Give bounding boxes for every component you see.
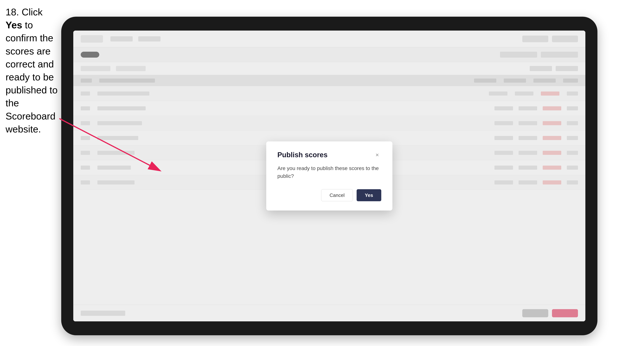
dialog-message: Are you ready to publish these scores to… [278, 165, 381, 180]
instruction-text: 18. Click Yes to confirm the scores are … [6, 5, 59, 136]
modal-overlay: Publish scores × Are you ready to publis… [73, 30, 585, 321]
dialog-body: Are you ready to publish these scores to… [278, 165, 381, 180]
cancel-button[interactable]: Cancel [321, 189, 353, 201]
publish-scores-dialog: Publish scores × Are you ready to publis… [266, 142, 392, 211]
instruction-bold: Yes [6, 20, 22, 30]
yes-button[interactable]: Yes [356, 189, 381, 201]
tablet-device: Publish scores × Are you ready to publis… [61, 17, 598, 335]
dialog-close-button[interactable]: × [373, 151, 381, 159]
dialog-actions: Cancel Yes [278, 189, 381, 201]
dialog-header: Publish scores × [278, 151, 381, 159]
step-number: 18. [6, 7, 19, 17]
dialog-title: Publish scores [278, 151, 328, 159]
instruction-before-bold: Click [22, 7, 43, 17]
tablet-screen: Publish scores × Are you ready to publis… [73, 30, 585, 321]
instruction-after: to confirm the scores are correct and re… [6, 20, 58, 135]
